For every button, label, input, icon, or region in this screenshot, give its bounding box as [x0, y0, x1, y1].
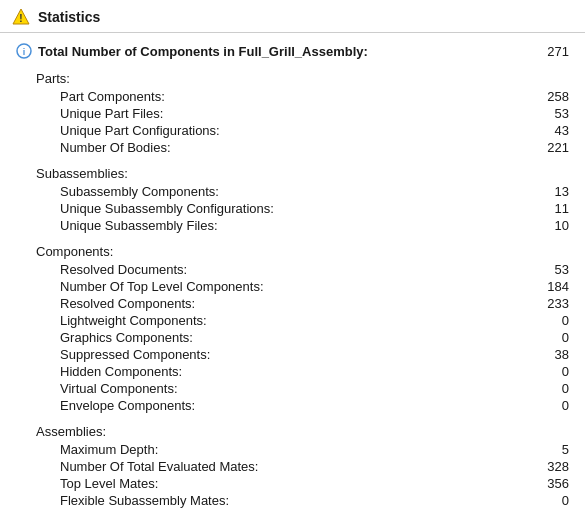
stat-value: 53: [529, 106, 569, 121]
stat-value: 221: [529, 140, 569, 155]
stat-value: 0: [529, 330, 569, 345]
stat-row: Number Of Bodies:221: [16, 139, 569, 156]
stat-value: 13: [529, 184, 569, 199]
sections-container: Parts:Part Components:258Unique Part Fil…: [16, 71, 569, 509]
stat-row: Suppressed Components:38: [16, 346, 569, 363]
stat-row: Subassembly Components:13: [16, 183, 569, 200]
section-subassemblies: Subassemblies:Subassembly Components:13U…: [16, 166, 569, 234]
page-title: Statistics: [38, 9, 100, 25]
stat-value: 38: [529, 347, 569, 362]
total-components-row: i Total Number of Components in Full_Gri…: [16, 43, 569, 59]
stat-label: Flexible Subassembly Mates:: [60, 493, 229, 508]
stat-row: Resolved Documents:53: [16, 261, 569, 278]
stat-label: Resolved Documents:: [60, 262, 187, 277]
stat-row: Flexible Subassembly Mates:0: [16, 492, 569, 509]
section-parts: Parts:Part Components:258Unique Part Fil…: [16, 71, 569, 156]
stat-label: Unique Part Configurations:: [60, 123, 220, 138]
stat-label: Resolved Components:: [60, 296, 195, 311]
warning-icon: !: [12, 8, 30, 26]
stat-value: 11: [529, 201, 569, 216]
svg-text:!: !: [19, 13, 22, 24]
stat-value: 0: [529, 381, 569, 396]
section-title-subassemblies: Subassemblies:: [16, 166, 569, 181]
stat-label: Unique Part Files:: [60, 106, 163, 121]
stat-value: 10: [529, 218, 569, 233]
stat-row: Unique Part Files:53: [16, 105, 569, 122]
stat-label: Part Components:: [60, 89, 165, 104]
stat-row: Resolved Components:233: [16, 295, 569, 312]
stat-row: Lightweight Components:0: [16, 312, 569, 329]
stat-value: 233: [529, 296, 569, 311]
stat-row: Number Of Total Evaluated Mates:328: [16, 458, 569, 475]
stat-row: Unique Subassembly Files:10: [16, 217, 569, 234]
stat-value: 258: [529, 89, 569, 104]
svg-text:i: i: [23, 47, 26, 57]
stat-value: 43: [529, 123, 569, 138]
section-title-components: Components:: [16, 244, 569, 259]
statistics-header: ! Statistics: [0, 0, 585, 33]
stat-row: Virtual Components:0: [16, 380, 569, 397]
stat-label: Suppressed Components:: [60, 347, 210, 362]
stat-label: Number Of Top Level Components:: [60, 279, 264, 294]
section-assemblies: Assemblies:Maximum Depth:5Number Of Tota…: [16, 424, 569, 509]
stat-label: Envelope Components:: [60, 398, 195, 413]
stat-label: Maximum Depth:: [60, 442, 158, 457]
stat-row: Part Components:258: [16, 88, 569, 105]
stat-row: Hidden Components:0: [16, 363, 569, 380]
stat-label: Number Of Bodies:: [60, 140, 171, 155]
stat-row: Number Of Top Level Components:184: [16, 278, 569, 295]
stat-label: Graphics Components:: [60, 330, 193, 345]
stat-row: Unique Subassembly Configurations:11: [16, 200, 569, 217]
stat-label: Unique Subassembly Files:: [60, 218, 218, 233]
stat-row: Unique Part Configurations:43: [16, 122, 569, 139]
stat-label: Hidden Components:: [60, 364, 182, 379]
section-components: Components:Resolved Documents:53Number O…: [16, 244, 569, 414]
info-icon: i: [16, 43, 32, 59]
total-components-value: 271: [529, 44, 569, 59]
stat-value: 0: [529, 493, 569, 508]
stat-label: Number Of Total Evaluated Mates:: [60, 459, 258, 474]
stat-value: 184: [529, 279, 569, 294]
stat-value: 356: [529, 476, 569, 491]
stat-value: 0: [529, 398, 569, 413]
stat-label: Lightweight Components:: [60, 313, 207, 328]
stat-value: 328: [529, 459, 569, 474]
stat-row: Top Level Mates:356: [16, 475, 569, 492]
stat-row: Maximum Depth:5: [16, 441, 569, 458]
stat-value: 0: [529, 313, 569, 328]
stat-label: Unique Subassembly Configurations:: [60, 201, 274, 216]
statistics-content: i Total Number of Components in Full_Gri…: [0, 33, 585, 524]
section-title-assemblies: Assemblies:: [16, 424, 569, 439]
stat-label: Subassembly Components:: [60, 184, 219, 199]
stat-value: 0: [529, 364, 569, 379]
section-title-parts: Parts:: [16, 71, 569, 86]
stat-value: 5: [529, 442, 569, 457]
stat-label: Top Level Mates:: [60, 476, 158, 491]
stat-label: Virtual Components:: [60, 381, 178, 396]
stat-row: Envelope Components:0: [16, 397, 569, 414]
stat-row: Graphics Components:0: [16, 329, 569, 346]
stat-value: 53: [529, 262, 569, 277]
total-components-label: Total Number of Components in Full_Grill…: [38, 44, 368, 59]
